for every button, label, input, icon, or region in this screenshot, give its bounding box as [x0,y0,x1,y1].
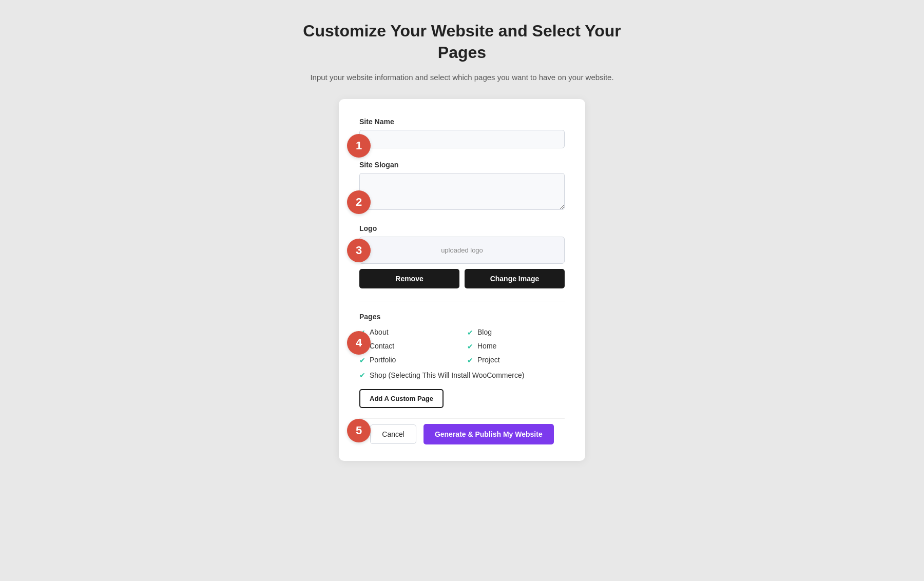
list-item[interactable]: ✔ Project [467,356,565,364]
page-portfolio: Portfolio [370,356,396,364]
logo-section: 3 Logo uploaded logo Remove Change Image [359,224,565,288]
step-5-bubble: 5 [347,419,371,442]
shop-item[interactable]: ✔ Shop (Selecting This Will Install WooC… [359,371,565,381]
step-1-bubble: 1 [347,134,371,158]
site-name-label: Site Name [359,118,565,126]
logo-buttons: Remove Change Image [359,269,565,288]
step-3-bubble: 3 [347,239,371,262]
page-home: Home [477,342,496,350]
list-item[interactable]: ✔ Portfolio [359,356,457,364]
check-icon: ✔ [359,356,365,364]
step-2-bubble: 2 [347,190,371,214]
pages-section: 4 Pages ✔ About ✔ Blog ✔ Contact ✔ Home … [359,313,565,408]
page-subtitle: Input your website information and selec… [282,71,642,84]
cancel-button[interactable]: Cancel [370,424,416,444]
step-4-bubble: 4 [347,331,371,355]
remove-button[interactable]: Remove [359,269,459,288]
site-slogan-section: 2 Site Slogan [359,161,565,212]
page-about: About [370,328,389,336]
pages-label: Pages [359,313,565,321]
logo-preview-text: uploaded logo [441,246,483,254]
list-item[interactable]: ✔ Blog [467,328,565,337]
logo-label: Logo [359,224,565,233]
check-icon: ✔ [467,328,473,337]
page-header: Customize Your Website and Select Your P… [282,21,642,84]
page-blog: Blog [477,328,492,336]
site-name-input[interactable] [359,130,565,148]
logo-preview: uploaded logo [359,237,565,264]
list-item[interactable]: ✔ Contact [359,342,457,351]
shop-label: Shop (Selecting This Will Install WooCom… [370,371,524,381]
site-slogan-label: Site Slogan [359,161,565,169]
pages-grid: ✔ About ✔ Blog ✔ Contact ✔ Home ✔ Portfo… [359,328,565,364]
change-image-button[interactable]: Change Image [465,269,565,288]
add-custom-page-button[interactable]: Add A Custom Page [359,389,444,408]
generate-button[interactable]: Generate & Publish My Website [424,424,554,444]
check-icon: ✔ [467,342,473,351]
page-title: Customize Your Website and Select Your P… [282,21,642,63]
list-item[interactable]: ✔ About [359,328,457,337]
site-name-section: 1 Site Name [359,118,565,148]
form-footer: Cancel Generate & Publish My Website 5 [359,418,565,444]
form-card: 1 Site Name 2 Site Slogan 3 Logo uploade… [339,99,585,461]
site-slogan-input[interactable] [359,173,565,210]
divider [359,301,565,301]
page-project: Project [477,356,500,364]
check-icon: ✔ [467,356,473,364]
list-item[interactable]: ✔ Home [467,342,565,351]
page-contact: Contact [370,342,394,350]
check-icon: ✔ [359,371,365,379]
